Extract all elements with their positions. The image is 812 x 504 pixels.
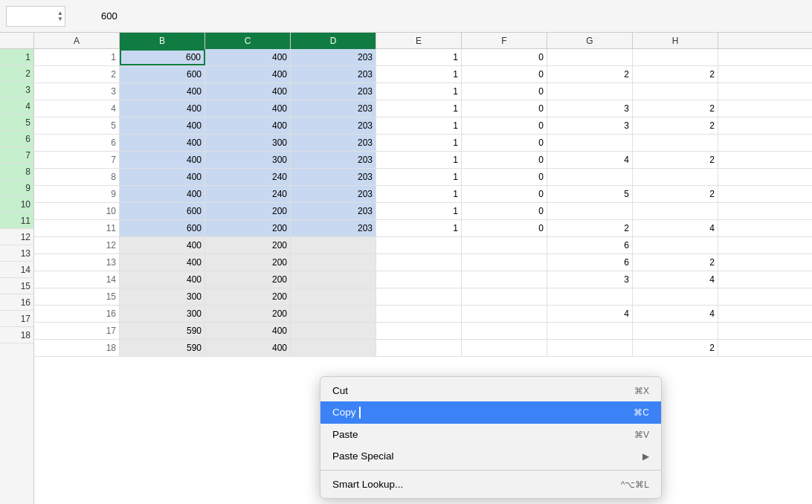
- cell-G4[interactable]: 3: [547, 100, 633, 117]
- cell-E3[interactable]: 1: [376, 83, 462, 100]
- cell-B13[interactable]: 400: [120, 254, 205, 271]
- cell-A16[interactable]: 16: [34, 306, 120, 322]
- col-header-H[interactable]: H: [633, 33, 718, 49]
- cell-A2[interactable]: 2: [34, 66, 120, 83]
- cell-B12[interactable]: 400: [120, 237, 205, 253]
- cell-C15[interactable]: 200: [205, 288, 291, 305]
- cell-D8[interactable]: 203: [291, 169, 376, 185]
- cell-A5[interactable]: 5: [34, 117, 120, 134]
- cell-E2[interactable]: 1: [376, 66, 462, 83]
- row-header-12[interactable]: 12: [0, 229, 33, 245]
- row-header-5[interactable]: 5: [0, 114, 33, 131]
- cell-G10[interactable]: [547, 203, 633, 219]
- cell-G6[interactable]: [547, 135, 633, 151]
- cell-C12[interactable]: 200: [205, 237, 291, 253]
- cell-E16[interactable]: [376, 306, 462, 322]
- cell-F17[interactable]: [462, 323, 547, 339]
- cell-F10[interactable]: 0: [462, 203, 547, 219]
- cell-D1[interactable]: 203: [291, 49, 376, 65]
- cell-F7[interactable]: 0: [462, 152, 547, 168]
- cell-F12[interactable]: [462, 237, 547, 253]
- cell-C5[interactable]: 400: [205, 117, 291, 134]
- row-header-9[interactable]: 9: [0, 180, 33, 196]
- col-header-G[interactable]: G: [547, 33, 633, 49]
- cell-B14[interactable]: 400: [120, 271, 205, 288]
- cell-D11[interactable]: 203: [291, 220, 376, 236]
- cell-H5[interactable]: 2: [633, 117, 718, 134]
- cell-G17[interactable]: [547, 323, 633, 339]
- cell-A9[interactable]: 9: [34, 186, 120, 202]
- corner-cell[interactable]: [0, 33, 34, 48]
- cell-A13[interactable]: 13: [34, 254, 120, 271]
- cell-F15[interactable]: [462, 288, 547, 305]
- cell-F16[interactable]: [462, 306, 547, 322]
- cell-D3[interactable]: 203: [291, 83, 376, 100]
- cell-C18[interactable]: 400: [205, 340, 291, 356]
- cell-D15[interactable]: [291, 288, 376, 305]
- cell-F5[interactable]: 0: [462, 117, 547, 134]
- cell-C10[interactable]: 200: [205, 203, 291, 219]
- cell-D18[interactable]: [291, 340, 376, 356]
- cell-C6[interactable]: 300: [205, 135, 291, 151]
- cell-D6[interactable]: 203: [291, 135, 376, 151]
- cell-F6[interactable]: 0: [462, 135, 547, 151]
- cell-F11[interactable]: 0: [462, 220, 547, 236]
- row-header-6[interactable]: 6: [0, 131, 33, 147]
- confirm-formula-button[interactable]: [80, 15, 86, 18]
- cell-C7[interactable]: 300: [205, 152, 291, 168]
- cell-reference-box[interactable]: ▲ ▼: [6, 6, 65, 27]
- cell-C16[interactable]: 200: [205, 306, 291, 322]
- row-header-15[interactable]: 15: [0, 278, 33, 294]
- row-header-18[interactable]: 18: [0, 327, 33, 343]
- row-header-4[interactable]: 4: [0, 98, 33, 114]
- cell-E8[interactable]: 1: [376, 169, 462, 185]
- cell-G18[interactable]: [547, 340, 633, 356]
- cell-C8[interactable]: 240: [205, 169, 291, 185]
- cell-H14[interactable]: 4: [633, 271, 718, 288]
- cell-C17[interactable]: 400: [205, 323, 291, 339]
- col-header-B[interactable]: B: [120, 33, 205, 49]
- cell-B8[interactable]: 400: [120, 169, 205, 185]
- cell-H15[interactable]: [633, 288, 718, 305]
- cell-C11[interactable]: 200: [205, 220, 291, 236]
- cell-F18[interactable]: [462, 340, 547, 356]
- cell-E11[interactable]: 1: [376, 220, 462, 236]
- cell-H3[interactable]: [633, 83, 718, 100]
- row-header-13[interactable]: 13: [0, 245, 33, 262]
- cell-A4[interactable]: 4: [34, 100, 120, 117]
- cell-C3[interactable]: 400: [205, 83, 291, 100]
- cell-G9[interactable]: 5: [547, 186, 633, 202]
- cell-D10[interactable]: 203: [291, 203, 376, 219]
- cancel-formula-button[interactable]: [70, 15, 76, 18]
- cell-G15[interactable]: [547, 288, 633, 305]
- cell-H11[interactable]: 4: [633, 220, 718, 236]
- cell-A12[interactable]: 12: [34, 237, 120, 253]
- row-header-11[interactable]: 11: [0, 213, 33, 229]
- cell-A15[interactable]: 15: [34, 288, 120, 305]
- menu-item-cut[interactable]: Cut⌘X: [320, 380, 661, 401]
- cell-B2[interactable]: 600: [120, 66, 205, 83]
- cell-H13[interactable]: 2: [633, 254, 718, 271]
- cell-C9[interactable]: 240: [205, 186, 291, 202]
- cell-A17[interactable]: 17: [34, 323, 120, 339]
- cell-A7[interactable]: 7: [34, 152, 120, 168]
- cell-G12[interactable]: 6: [547, 237, 633, 253]
- cell-E7[interactable]: 1: [376, 152, 462, 168]
- cell-H16[interactable]: 4: [633, 306, 718, 322]
- cell-A6[interactable]: 6: [34, 135, 120, 151]
- cell-F3[interactable]: 0: [462, 83, 547, 100]
- cell-H18[interactable]: 2: [633, 340, 718, 356]
- cell-E17[interactable]: [376, 323, 462, 339]
- cell-D12[interactable]: [291, 237, 376, 253]
- col-header-A[interactable]: A: [34, 33, 120, 49]
- cell-B16[interactable]: 300: [120, 306, 205, 322]
- cell-D16[interactable]: [291, 306, 376, 322]
- cell-B10[interactable]: 600: [120, 203, 205, 219]
- cell-A10[interactable]: 10: [34, 203, 120, 219]
- cell-D13[interactable]: [291, 254, 376, 271]
- cell-G13[interactable]: 6: [547, 254, 633, 271]
- row-header-3[interactable]: 3: [0, 82, 33, 98]
- cell-H12[interactable]: [633, 237, 718, 253]
- cell-F8[interactable]: 0: [462, 169, 547, 185]
- row-header-7[interactable]: 7: [0, 147, 33, 164]
